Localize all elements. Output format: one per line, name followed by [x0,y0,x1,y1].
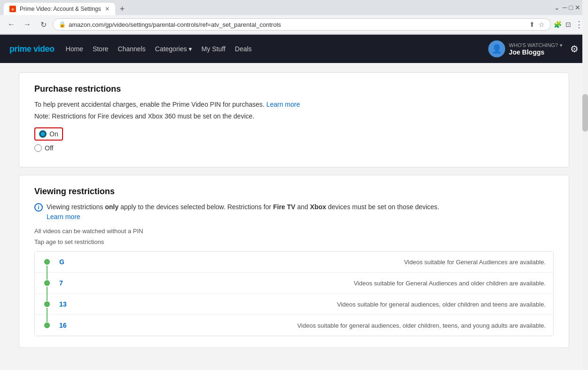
rating-desc-13: Videos suitable for general audiences, o… [81,301,546,308]
rating-row-g[interactable]: G Videos suitable for General Audiences … [35,252,553,273]
rating-dot-col-7 [42,280,52,286]
purchase-desc-text: To help prevent accidental charges, enab… [34,101,264,108]
scrollbar[interactable] [582,0,588,365]
rating-label-7[interactable]: 7 [59,279,73,287]
info-line3: devices must be set on those devices. [326,203,439,211]
purchase-radio-group: On Off [34,127,554,152]
purchase-restrictions-section: Purchase restrictions To help prevent ac… [19,72,569,167]
browser-controls: ← → ↻ 🔒 amazon.com/gp/video/settings/par… [0,15,588,34]
lock-icon: 🔒 [59,21,66,28]
scrollbar-thumb[interactable] [582,94,588,132]
tap-age-text: Tap age to set restrictions [34,238,554,245]
rating-label-16[interactable]: 16 [59,322,73,329]
on-radio-wrapper[interactable]: On [34,127,63,141]
new-tab-button[interactable]: + [117,4,128,14]
rating-dot-col-13 [42,301,52,307]
address-actions: ⬆ ☆ [529,21,545,28]
rating-dot-13 [44,301,50,307]
nav-store[interactable]: Store [93,45,108,53]
info-line1: Viewing restrictions [47,203,105,211]
rating-line-7 [47,287,48,301]
chevron-icon: ▾ [560,42,563,48]
nav-mystuff[interactable]: My Stuff [201,45,225,53]
prime-logo: prime video [9,44,55,54]
close-window-btn[interactable]: ✕ [575,4,580,11]
purchase-off-option[interactable]: Off [34,144,554,152]
purchase-off-label: Off [45,144,53,152]
purchase-on-radio[interactable] [39,130,47,138]
minimize-button[interactable]: ⌄ [554,4,560,11]
tab-close-button[interactable]: ✕ [105,6,110,12]
browser-chrome: a Prime Video: Account & Settings ✕ + ⌄ … [0,0,588,35]
purchase-on-option[interactable]: On [34,127,554,141]
rating-dot-16 [44,323,50,328]
rating-dot-col-16 [42,323,52,328]
nav-categories[interactable]: Categories ▾ [155,45,192,53]
tab-title: Prime Video: Account & Settings [20,6,101,12]
window-controls: ─ □ ✕ [563,4,580,11]
nav-channels[interactable]: Channels [118,45,145,53]
info-icon: i [34,203,43,212]
info-only: only [105,203,119,211]
minimize-window-btn[interactable]: ─ [563,4,567,11]
share-icon[interactable]: ⬆ [529,21,535,28]
rating-line-13 [47,308,48,322]
rating-row-16[interactable]: 16 Videos suitable for general audiences… [35,315,553,336]
amazon-header: prime video Home Store Channels Categori… [0,35,588,63]
rating-label-g[interactable]: G [59,258,73,266]
main-content: Purchase restrictions To help prevent ac… [0,63,588,365]
rating-label-13[interactable]: 13 [59,300,73,308]
info-firetv: Fire TV [273,203,295,211]
rating-dot-g [44,259,50,265]
prime-logo-text: prime video [9,44,55,54]
address-text: amazon.com/gp/video/settings/parental-co… [69,21,526,28]
refresh-button[interactable]: ↻ [37,18,50,31]
whos-watching-label: WHO'S WATCHING? [509,42,558,48]
browser-right-icons: 🧩 ⊡ ⋮ [554,19,583,30]
maximize-window-btn[interactable]: □ [569,4,573,11]
rating-row-7[interactable]: 7 Videos suitable for General Audiences … [35,273,553,294]
tab-bar: a Prime Video: Account & Settings ✕ + ⌄ … [0,0,588,15]
rating-table: G Videos suitable for General Audiences … [34,251,554,336]
rating-dot-col-g [42,259,52,265]
info-line2: apply to the devices selected below. Res… [119,203,273,211]
gear-icon: ⚙ [570,44,579,54]
purchase-restrictions-title: Purchase restrictions [34,84,554,94]
header-nav: Home Store Channels Categories ▾ My Stuf… [66,45,252,53]
info-and: and [295,203,310,211]
split-view-icon[interactable]: ⊡ [565,21,571,28]
rating-row-13[interactable]: 13 Videos suitable for general audiences… [35,294,553,315]
user-name: Joe Bloggs [509,48,563,56]
viewing-info-box: i Viewing restrictions only apply to the… [34,202,554,222]
header-right: 👤 WHO'S WATCHING? ▾ Joe Bloggs ⚙ [488,40,579,57]
purchase-restrictions-note: Note: Restrictions for Fire devices and … [34,112,554,120]
purchase-restrictions-desc: To help prevent accidental charges, enab… [34,100,554,110]
all-videos-text: All videos can be watched without a PIN [34,228,554,235]
chevron-down-icon: ▾ [189,45,192,53]
forward-button[interactable]: → [21,18,34,31]
tab-favicon: a [9,6,16,12]
purchase-on-label: On [49,130,58,138]
viewing-learn-more-link[interactable]: Learn more [47,213,80,220]
address-bar[interactable]: 🔒 amazon.com/gp/video/settings/parental-… [53,18,551,31]
avatar: 👤 [488,40,505,57]
purchase-off-radio[interactable] [34,144,42,152]
rating-desc-16: Videos suitable for general audiences, o… [81,322,546,329]
rating-dot-7 [44,280,50,286]
back-button[interactable]: ← [5,18,18,31]
bookmark-icon[interactable]: ☆ [539,21,545,28]
viewing-restrictions-section: Viewing restrictions i Viewing restricti… [19,175,569,348]
purchase-learn-more-link[interactable]: Learn more [266,101,300,108]
viewing-info-text: Viewing restrictions only apply to the d… [47,202,439,222]
rating-desc-7: Videos suitable for General Audiences an… [81,280,546,287]
settings-button[interactable]: ⚙ [570,43,579,55]
info-xbox: Xbox [310,203,326,211]
rating-desc-g: Videos suitable for General Audiences ar… [81,259,546,266]
active-tab[interactable]: a Prime Video: Account & Settings ✕ [4,3,115,15]
nav-deals[interactable]: Deals [235,45,252,53]
viewing-restrictions-title: Viewing restrictions [34,187,554,197]
whos-watching-button[interactable]: 👤 WHO'S WATCHING? ▾ Joe Bloggs [488,40,563,57]
extensions-icon[interactable]: 🧩 [554,21,562,28]
nav-home[interactable]: Home [66,45,83,53]
whos-watching-text: WHO'S WATCHING? ▾ Joe Bloggs [509,42,563,56]
